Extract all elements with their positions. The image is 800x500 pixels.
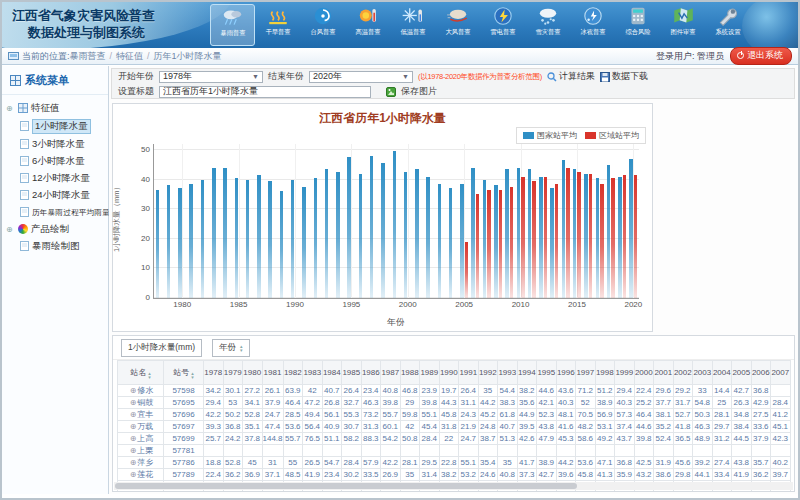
bar-national-1996 — [359, 174, 363, 298]
nav-item-typhoon[interactable]: 台风普查 — [300, 4, 345, 46]
value-cell: 37.4 — [615, 421, 635, 433]
row-expand-icon[interactable]: ⊕ — [130, 410, 137, 419]
y-tick-label: 50 — [128, 145, 150, 154]
nav-item-snow[interactable]: 雪灾普查 — [525, 4, 570, 46]
row-expand-icon[interactable]: ⊕ — [130, 398, 137, 407]
logout-button[interactable]: 退出系统 — [730, 47, 792, 65]
value-cell: 40.7 — [498, 421, 518, 433]
value-cell: 40.7 — [322, 385, 342, 397]
tree-item-8[interactable]: 暴雨绘制图 — [4, 238, 106, 255]
value-cell: 61.8 — [498, 409, 518, 421]
value-cell — [459, 445, 479, 457]
nav-item-rain[interactable]: 暴雨普查 — [210, 4, 255, 46]
value-cell: 41.6 — [556, 421, 576, 433]
wind-icon — [446, 6, 470, 26]
value-cell — [498, 445, 518, 457]
value-cell — [283, 445, 303, 457]
hscroll-thumb[interactable] — [115, 483, 577, 489]
value-cell: 44.9 — [517, 409, 537, 421]
value-cell: 42 — [400, 421, 420, 433]
nav-item-lightning[interactable]: 雷电普查 — [480, 4, 525, 46]
bar-regional-2008 — [499, 190, 503, 298]
bar-regional-2019 — [623, 175, 627, 298]
bar-national-1980 — [178, 188, 182, 298]
row-expand-icon[interactable]: ⊕ — [130, 422, 137, 431]
value-cell: 22.4 — [204, 469, 224, 481]
value-cell: 50.2 — [223, 409, 243, 421]
row-expand-icon[interactable]: ⊕ — [130, 458, 137, 467]
chart-title-input[interactable] — [159, 86, 371, 98]
value-cell: 37.1 — [262, 469, 283, 481]
value-cell: 29.4 — [615, 385, 635, 397]
breadcrumb-item[interactable]: 历年1小时降水量 — [154, 50, 222, 63]
value-cell: 29.6 — [654, 385, 674, 397]
value-cell: 52.8 — [223, 457, 243, 469]
bar-national-2009 — [505, 169, 509, 298]
year-filter-dropdown[interactable]: 年份 ▴▾ — [212, 339, 250, 357]
expand-toggle-icon[interactable]: ⊕ — [6, 225, 15, 234]
tree-item-3[interactable]: 6小时降水量 — [4, 153, 106, 170]
value-cell: 59.8 — [400, 409, 420, 421]
tree-item-0[interactable]: ⊕特征值 — [4, 100, 106, 117]
value-cell: 30.1 — [223, 385, 243, 397]
row-expand-icon[interactable]: ⊕ — [130, 434, 137, 443]
tree-item-6[interactable]: 历年暴雨过程平均雨量 — [4, 204, 106, 221]
end-year-select[interactable]: 2020年 ▼ — [309, 71, 413, 83]
tree-item-2[interactable]: 3小时降水量 — [4, 136, 106, 153]
value-cell: 29.5 — [420, 457, 440, 469]
tree-item-1[interactable]: 1小时降水量 — [4, 117, 106, 136]
breadcrumb: 暴雨普查/特征值/历年1小时降水量 — [70, 50, 222, 63]
value-cell: 14.4 — [712, 385, 732, 397]
nav-item-wind[interactable]: 大风普查 — [435, 4, 480, 46]
bar-regional-2014 — [566, 168, 570, 298]
value-cell: 36.5 — [673, 433, 693, 445]
nav-item-map[interactable]: 图件审查 — [660, 4, 705, 46]
chart-plot-area: 0102030405019801985199019952000200520102… — [153, 144, 639, 299]
start-year-select[interactable]: 1978年 ▼ — [159, 71, 263, 83]
calculate-button[interactable]: 计算结果 — [547, 70, 595, 83]
nav-item-drought[interactable]: 干旱普查 — [255, 4, 300, 46]
nav-item-settings[interactable]: 系统设置 — [705, 4, 750, 46]
breadcrumb-item[interactable]: 特征值 — [116, 50, 143, 63]
nav-item-heat[interactable]: 高温普查 — [345, 4, 390, 46]
nav-item-hail[interactable]: 冰雹普查 — [570, 4, 615, 46]
breadcrumb-item[interactable]: 暴雨普查 — [70, 50, 106, 63]
value-cell: 41.8 — [673, 421, 693, 433]
value-cell: 31.9 — [654, 457, 674, 469]
sidebar-header: 系统菜单 — [2, 66, 108, 95]
bar-national-2016 — [584, 174, 588, 298]
main-content: 开始年份 1978年 ▼ 结束年份 2020年 ▼ (以1978-2020年数据… — [109, 66, 798, 494]
value-cell: 53 — [223, 397, 243, 409]
tree-item-7[interactable]: ⊕产品绘制 — [4, 221, 106, 238]
value-cell: 58.6 — [576, 433, 596, 445]
row-expand-icon[interactable]: ⊕ — [130, 446, 137, 455]
col-header-id[interactable]: 站号 ▴▾ — [164, 361, 204, 385]
grid-icon — [18, 103, 28, 115]
value-cell: 52.3 — [537, 409, 557, 421]
legend-item[interactable]: 国家站平均 — [523, 130, 577, 141]
value-cell: 37.9 — [262, 397, 283, 409]
breadcrumb-separator: / — [147, 51, 150, 61]
expand-toggle-icon[interactable]: ⊕ — [6, 104, 15, 113]
col-header-year: 1995 — [537, 361, 557, 385]
download-button[interactable]: 数据下载 — [600, 70, 648, 83]
unit-button[interactable]: 1小时降水量(mm) — [121, 339, 202, 357]
value-cell: 29.7 — [712, 421, 732, 433]
row-expand-icon[interactable]: ⊕ — [130, 470, 137, 479]
tree-item-4[interactable]: 12小时降水量 — [4, 170, 106, 187]
legend-item[interactable]: 区域站平均 — [585, 130, 639, 141]
tree-item-5[interactable]: 24小时降水量 — [4, 187, 106, 204]
value-cell: 24.6 — [478, 469, 498, 481]
value-cell: 30.2 — [342, 469, 362, 481]
value-cell: 31.1 — [459, 397, 479, 409]
save-image-button[interactable]: 保存图片 — [401, 85, 437, 98]
nav-item-calculator[interactable]: 综合风险 — [615, 4, 660, 46]
row-expand-icon[interactable]: ⊕ — [130, 386, 137, 395]
table-row: ⊕萍乡5778618.852.845315526.554.728.457.942… — [118, 457, 791, 469]
value-cell: 30.7 — [342, 421, 362, 433]
value-cell: 57.3 — [615, 409, 635, 421]
value-cell: 26.8 — [322, 397, 342, 409]
nav-item-cold[interactable]: 低温普查 — [390, 4, 435, 46]
col-header-name[interactable]: 站名 ▴▾ — [118, 361, 164, 385]
value-cell: 52.8 — [243, 409, 263, 421]
